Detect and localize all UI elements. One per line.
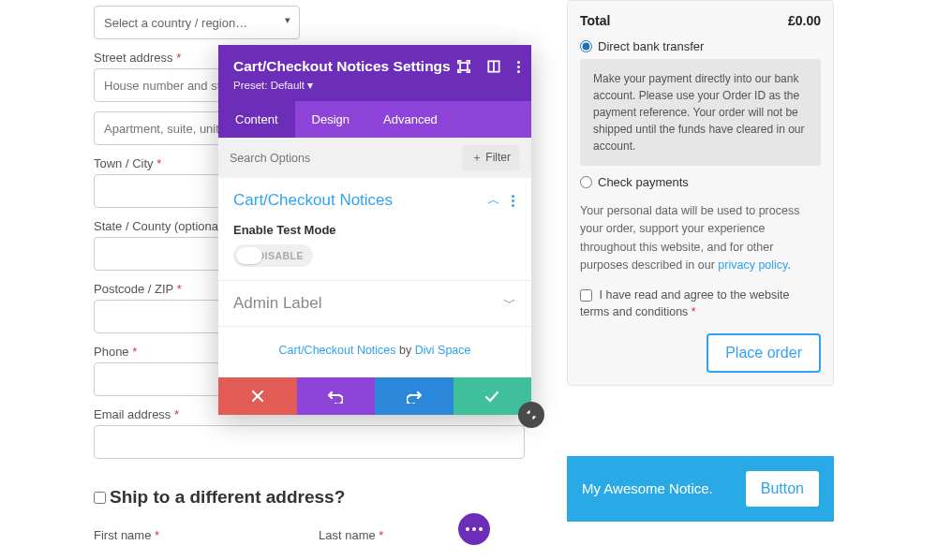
cancel-button[interactable] <box>218 377 297 415</box>
modal-menu-icon[interactable] <box>515 58 522 75</box>
split-view-icon[interactable] <box>485 58 502 75</box>
country-select[interactable]: Select a country / region… <box>94 6 300 39</box>
custom-notice: My Awesome Notice. Button <box>567 456 834 522</box>
chevron-up-icon[interactable]: ︿ <box>487 192 500 209</box>
ship-different-checkbox[interactable] <box>94 492 106 504</box>
pay-check-row[interactable]: Check payments <box>580 175 821 189</box>
privacy-text: Your personal data will be used to proce… <box>580 202 821 275</box>
pay-check-radio[interactable] <box>580 176 592 188</box>
section-title-cart-notices[interactable]: Cart/Checkout Notices <box>233 191 393 210</box>
resize-handle-icon[interactable] <box>518 402 544 428</box>
search-row: ＋ Filter <box>218 138 531 178</box>
tab-advanced[interactable]: Advanced <box>366 101 454 138</box>
enable-test-mode-label: Enable Test Mode <box>233 223 516 237</box>
place-order-button[interactable]: Place order <box>706 333 821 373</box>
ship-different-heading: Ship to a different address? <box>94 487 525 508</box>
last-name-label: Last name * <box>319 528 525 542</box>
section-admin-label[interactable]: Admin Label ﹀ <box>218 281 531 327</box>
redo-button[interactable] <box>375 377 454 415</box>
enable-test-mode-toggle[interactable]: DISABLE <box>233 244 313 267</box>
first-name-label: First name * <box>94 528 300 542</box>
modal-tabs: Content Design Advanced <box>218 101 531 138</box>
modal-header: Cart/Checkout Notices Settings Preset: D… <box>218 45 531 101</box>
more-actions-fab[interactable] <box>458 513 490 545</box>
pay-bank-row[interactable]: Direct bank transfer <box>580 39 821 53</box>
modal-action-bar <box>218 377 531 415</box>
pay-bank-radio[interactable] <box>580 40 592 52</box>
notice-button[interactable]: Button <box>746 471 819 507</box>
modal-credits: Cart/Checkout Notices by Divi Space <box>218 327 531 377</box>
privacy-policy-link[interactable]: privacy policy <box>718 258 787 272</box>
email-input[interactable] <box>94 425 525 459</box>
modal-preset-dropdown[interactable]: Preset: Default ▾ <box>233 79 516 92</box>
section-title-admin-label: Admin Label <box>233 294 322 313</box>
notice-text: My Awesome Notice. <box>582 480 713 496</box>
settings-modal: Cart/Checkout Notices Settings Preset: D… <box>218 45 531 415</box>
section-cart-notices: Cart/Checkout Notices ︿ Enable Test Mode… <box>218 178 531 281</box>
order-summary: Total £0.00 Direct bank transfer Make yo… <box>567 0 834 522</box>
terms-checkbox[interactable] <box>580 289 592 302</box>
svg-rect-0 <box>460 63 468 70</box>
section-menu-icon[interactable] <box>510 193 516 209</box>
undo-button[interactable] <box>297 377 376 415</box>
tab-design[interactable]: Design <box>295 101 366 138</box>
total-label: Total <box>580 13 610 28</box>
pay-bank-desc: Make your payment directly into our bank… <box>580 59 821 166</box>
credits-author-link[interactable]: Divi Space <box>415 344 471 357</box>
terms-row: I have read and agree to the website ter… <box>580 287 821 320</box>
search-input[interactable] <box>230 152 404 165</box>
total-value: £0.00 <box>788 13 821 28</box>
filter-button[interactable]: ＋ Filter <box>462 145 520 170</box>
tab-content[interactable]: Content <box>218 101 295 138</box>
credits-module-link[interactable]: Cart/Checkout Notices <box>279 344 396 357</box>
expand-icon[interactable] <box>455 58 472 75</box>
chevron-down-icon[interactable]: ﹀ <box>503 295 516 312</box>
